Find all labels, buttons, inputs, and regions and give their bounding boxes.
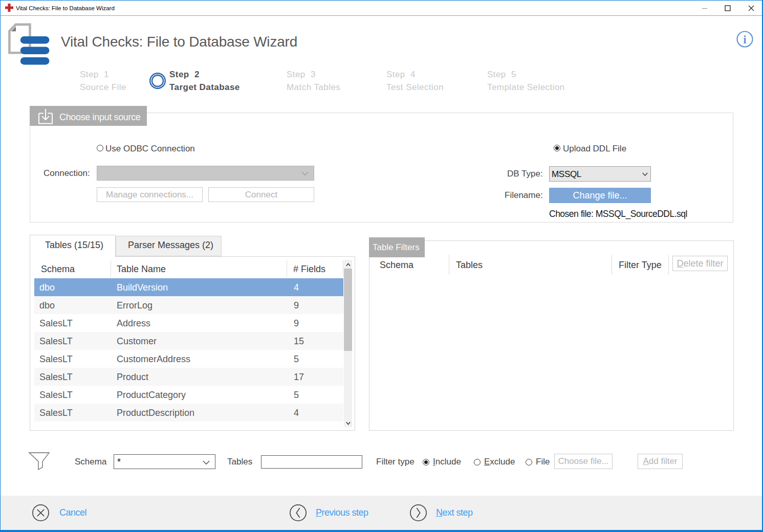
svg-text:i: i: [743, 33, 747, 46]
